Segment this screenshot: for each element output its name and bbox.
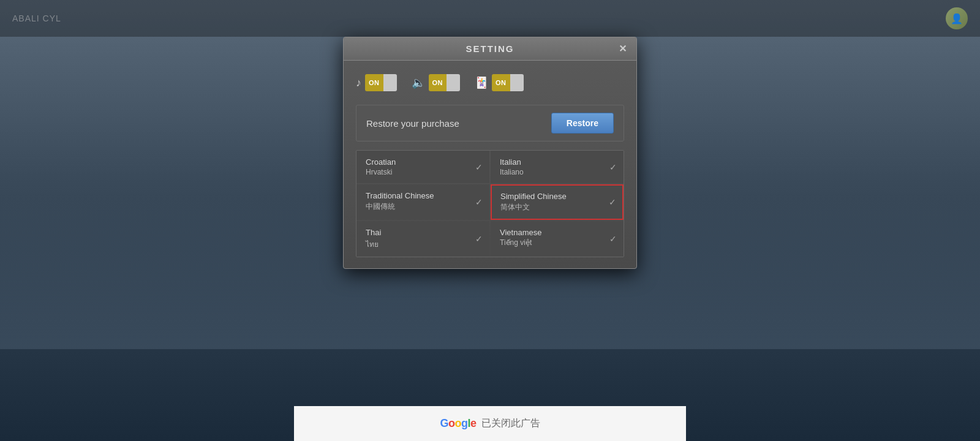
lang-name-thai: Thai: [366, 228, 480, 237]
lang-check-vietnamese: ✓: [609, 234, 617, 244]
sound-on-label: ON: [429, 74, 447, 91]
lang-native-croatian: Hrvatski: [366, 168, 480, 176]
lang-cell-vietnamese[interactable]: Vietnamese Tiếng việt ✓: [491, 221, 624, 257]
music-on-label: ON: [365, 74, 383, 91]
notifications-on-label: ON: [492, 74, 510, 91]
lang-cell-italian[interactable]: Italian Italiano ✓: [491, 151, 624, 183]
lang-name-traditional-chinese: Traditional Chinese: [366, 191, 480, 200]
lang-cell-traditional-chinese[interactable]: Traditional Chinese 中國傳統 ✓: [356, 184, 489, 220]
lang-native-italian: Italiano: [500, 168, 614, 176]
lang-native-traditional-chinese: 中國傳統: [366, 202, 480, 212]
close-button[interactable]: ✕: [616, 42, 629, 56]
page-wrapper: SETTING ✕ ♪ ON 🔈 ON: [0, 0, 980, 441]
dialog-titlebar: SETTING ✕: [344, 37, 636, 61]
dialog-title: SETTING: [466, 43, 514, 54]
sound-icon: 🔈: [412, 76, 425, 89]
music-icon: ♪: [356, 77, 361, 89]
lang-cell-croatian[interactable]: Croatian Hrvatski ✓: [356, 151, 489, 183]
lang-name-croatian: Croatian: [366, 157, 480, 167]
sound-off-area: [447, 74, 460, 91]
sound-toggle[interactable]: ON: [429, 74, 461, 91]
lang-native-thai: ไทย: [366, 238, 480, 250]
music-off-area: [383, 74, 397, 91]
notifications-icon: 🃏: [475, 76, 488, 89]
restore-button[interactable]: Restore: [551, 113, 614, 134]
lang-cell-simplified-chinese[interactable]: Simplified Chinese 简体中文 ✓: [491, 184, 624, 220]
lang-check-simplified-chinese: ✓: [609, 197, 616, 207]
music-toggle-group: ♪ ON: [356, 74, 397, 91]
lang-name-simplified-chinese: Simplified Chinese: [500, 192, 614, 201]
notifications-toggle-group: 🃏 ON: [475, 74, 524, 91]
notifications-toggle[interactable]: ON: [492, 74, 524, 91]
language-grid: Croatian Hrvatski ✓ Italian Italiano ✓ T…: [356, 150, 624, 257]
restore-label: Restore your purchase: [366, 118, 459, 129]
notifications-off-area: [510, 74, 524, 91]
dialog-body: ♪ ON 🔈 ON 🃏: [344, 61, 636, 268]
ad-message: 已关闭此广告: [481, 417, 540, 430]
lang-name-vietnamese: Vietnamese: [500, 228, 614, 237]
google-logo: Google: [440, 417, 476, 430]
restore-row: Restore your purchase Restore: [356, 105, 624, 141]
lang-check-italian: ✓: [609, 162, 617, 172]
lang-cell-thai[interactable]: Thai ไทย ✓: [356, 221, 489, 257]
settings-dialog: SETTING ✕ ♪ ON 🔈 ON: [343, 37, 637, 269]
toggles-row: ♪ ON 🔈 ON 🃏: [356, 72, 624, 94]
lang-native-simplified-chinese: 简体中文: [500, 202, 614, 213]
music-toggle[interactable]: ON: [365, 74, 397, 91]
lang-check-croatian: ✓: [475, 162, 483, 172]
lang-name-italian: Italian: [500, 157, 614, 167]
lang-check-traditional-chinese: ✓: [475, 197, 483, 207]
ad-bar: Google 已关闭此广告: [294, 406, 686, 441]
lang-native-vietnamese: Tiếng việt: [500, 238, 614, 247]
lang-check-thai: ✓: [475, 234, 483, 244]
sound-toggle-group: 🔈 ON: [412, 74, 461, 91]
